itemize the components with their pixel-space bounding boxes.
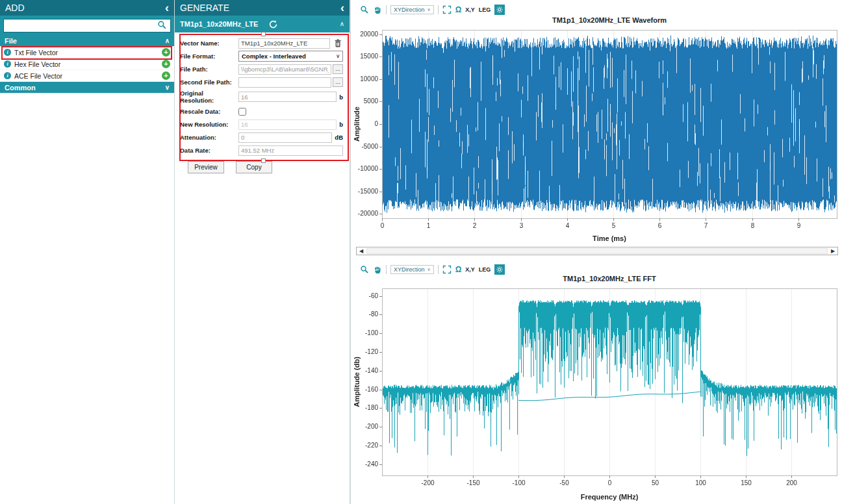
sidebar-item-txt-file-vector[interactable]: i Txt File Vector + (0, 47, 174, 58)
unit-label: b (339, 94, 343, 101)
omega-icon[interactable]: Ω (455, 5, 462, 14)
zoom-icon[interactable] (360, 5, 369, 14)
field-original-resolution: Original Resolution: b (180, 90, 343, 104)
attenuation-input[interactable] (238, 132, 332, 143)
field-rescale-data: Rescale Data: (180, 106, 343, 117)
vector-header[interactable]: TM1p1_10x20MHz_LTE ∧ (175, 16, 350, 32)
field-label: Rescale Data: (180, 108, 238, 115)
scroll-left-icon[interactable]: ◀ (357, 247, 366, 255)
item-label: Hex File Vector (14, 60, 60, 68)
field-file-path: File Path: ... (180, 64, 343, 75)
waveform-chart-title: TM1p1_10x20MHz_LTE Waveform (382, 16, 837, 24)
section-header-file[interactable]: File ∧ (0, 35, 174, 47)
add-item-icon[interactable]: + (162, 48, 170, 57)
preview-button[interactable]: Preview (188, 161, 224, 173)
file-path-input[interactable] (238, 64, 331, 75)
info-icon[interactable]: i (4, 60, 11, 68)
collapse-panel-icon[interactable]: ‹ (165, 2, 169, 14)
fft-chart-title: TM1p1_10x20MHz_LTE FFT (382, 275, 837, 283)
search-icon[interactable] (157, 20, 167, 32)
omega-icon[interactable]: Ω (455, 265, 462, 274)
add-item-icon[interactable]: + (162, 71, 170, 80)
settings-button[interactable] (494, 5, 505, 15)
add-panel: ADD ‹ File ∧ i Txt File Vector + i Hex F… (0, 0, 175, 504)
field-label: New Resolution: (180, 121, 238, 128)
xy-labels-toggle[interactable]: X,Y (465, 6, 475, 13)
xy-direction-label: XYDirection (394, 266, 425, 273)
vector-name-input[interactable] (238, 38, 330, 49)
scroll-right-icon[interactable]: ▶ (828, 247, 837, 255)
delete-icon[interactable] (333, 38, 343, 49)
field-label: Attenuation: (180, 134, 238, 141)
toolbar-separator (438, 265, 439, 274)
scrollbar-track[interactable] (366, 248, 828, 254)
legend-toggle[interactable]: LEG (479, 266, 491, 273)
gear-icon (496, 266, 504, 273)
section-header-common[interactable]: Common ∨ (0, 82, 174, 94)
charts-pane: XYDirection ∨ Ω X,Y LEG TM1p1_10x20MHz_L… (352, 0, 842, 504)
sidebar-item-hex-file-vector[interactable]: i Hex File Vector + (0, 58, 174, 70)
fft-chart-canvas[interactable] (352, 284, 842, 503)
chevron-up-icon: ∧ (165, 38, 170, 44)
original-resolution-input[interactable] (238, 92, 337, 102)
chevron-down-icon: ∨ (165, 84, 170, 91)
item-label: ACE File Vector (14, 72, 62, 80)
horizontal-scrollbar[interactable]: ◀ ▶ (356, 247, 838, 255)
fft-toolbar: XYDirection ∨ Ω X,Y LEG (360, 264, 505, 275)
generate-panel-header: GENERATE ‹ (175, 0, 350, 16)
add-panel-header: ADD ‹ (0, 0, 174, 16)
rescale-data-checkbox[interactable] (238, 108, 246, 116)
dropdown-arrow-icon: ∨ (427, 267, 431, 272)
section-label: File (5, 37, 17, 45)
copy-button[interactable]: Copy (236, 161, 272, 173)
application-window: ADD ‹ File ∧ i Txt File Vector + i Hex F… (0, 0, 842, 504)
generate-panel: GENERATE ‹ TM1p1_10x20MHz_LTE ∧ Vector N… (175, 0, 351, 504)
field-label: Data Rate: (180, 147, 238, 154)
second-file-path-input[interactable] (238, 77, 331, 88)
file-format-value: Complex - Interleaved (242, 53, 306, 60)
waveform-toolbar: XYDirection ∨ Ω X,Y LEG (360, 4, 505, 16)
field-attenuation: Attenuation: dB (180, 132, 343, 143)
generate-panel-title: GENERATE (180, 3, 229, 13)
collapse-panel-icon[interactable]: ‹ (340, 2, 344, 14)
info-icon[interactable]: i (4, 72, 11, 79)
toolbar-separator (386, 265, 387, 274)
file-format-select[interactable]: Complex - Interleaved ∨ (238, 51, 343, 62)
fit-to-screen-icon[interactable] (442, 265, 452, 274)
legend-toggle[interactable]: LEG (479, 6, 491, 13)
vector-header-title: TM1p1_10x20MHz_LTE (180, 20, 258, 28)
gear-icon (496, 6, 504, 14)
field-file-format: File Format: Complex - Interleaved ∨ (180, 51, 343, 62)
waveform-chart-canvas[interactable] (352, 26, 842, 244)
browse-file-button[interactable]: ... (333, 64, 343, 74)
add-search-input[interactable] (3, 19, 171, 32)
field-label: Second File Path: (180, 79, 238, 86)
field-vector-name: Vector Name: (180, 38, 343, 49)
xy-direction-dropdown[interactable]: XYDirection ∨ (390, 5, 434, 14)
collapse-section-icon[interactable]: ∧ (340, 21, 344, 27)
section-label: Common (5, 84, 36, 92)
add-search-strip (0, 16, 174, 35)
item-label: Txt File Vector (14, 49, 58, 57)
generate-form: Vector Name: File Format: Complex - Inte… (175, 32, 350, 173)
add-item-icon[interactable]: + (162, 60, 170, 68)
sidebar-item-ace-file-vector[interactable]: i ACE File Vector + (0, 70, 174, 82)
form-buttons: Preview Copy (188, 161, 343, 173)
field-label: Vector Name: (180, 40, 238, 47)
xy-direction-dropdown[interactable]: XYDirection ∨ (390, 265, 434, 274)
xy-labels-toggle[interactable]: X,Y (465, 266, 475, 273)
zoom-icon[interactable] (360, 265, 369, 274)
refresh-icon[interactable] (268, 19, 278, 29)
toolbar-separator (438, 5, 439, 14)
new-resolution-input (238, 120, 337, 130)
fit-to-screen-icon[interactable] (442, 5, 452, 14)
browse-second-file-button[interactable]: ... (333, 77, 343, 87)
toolbar-separator (386, 5, 387, 14)
data-rate-input (238, 145, 343, 156)
pan-hand-icon[interactable] (373, 5, 382, 14)
field-label: Original Resolution: (180, 90, 238, 104)
settings-button[interactable] (494, 264, 505, 275)
info-icon[interactable]: i (4, 49, 11, 56)
pan-hand-icon[interactable] (373, 265, 382, 274)
field-new-resolution: New Resolution: b (180, 119, 343, 130)
